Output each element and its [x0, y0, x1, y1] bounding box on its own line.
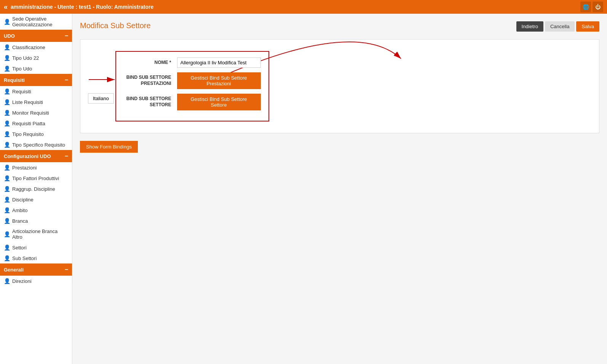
sidebar-section-generali-label: Generali	[4, 267, 24, 273]
salva-button[interactable]: Salva	[576, 21, 599, 32]
main-layout: 👤 Sede Operative Geolocalizzazione UDO −…	[0, 14, 607, 364]
sidebar-item-label: Sede Operative Geolocalizzazione	[12, 16, 68, 27]
sidebar-item-label: Tipo Udo 22	[12, 55, 39, 61]
topbar: « amministrazione - Utente : test1 - Ruo…	[0, 0, 607, 14]
sidebar-item-requisiti-piatta[interactable]: 👤 Requisiti Piatta	[0, 118, 72, 129]
sidebar-item-tipo-udo-22[interactable]: 👤 Tipo Udo 22	[0, 53, 72, 63]
sidebar-item-label: Articolazione Branca Altro	[12, 228, 68, 240]
sidebar-item-label: Discipline	[12, 197, 34, 203]
sidebar-item-label: Requisiti	[12, 89, 31, 94]
person-icon: 👤	[4, 88, 10, 94]
topbar-arrow-icon: «	[4, 3, 8, 11]
power-button[interactable]: ⏻	[593, 2, 603, 12]
person-icon: 👤	[4, 207, 10, 213]
sidebar-section-configurazioni-label: Configurazioni UDO	[4, 153, 51, 159]
sidebar-item-tipo-udo[interactable]: 👤 Tipo Udo	[0, 63, 72, 74]
person-icon: 👤	[4, 255, 10, 261]
person-icon: 👤	[4, 19, 10, 25]
udo-collapse-icon: −	[65, 32, 68, 39]
header-buttons: Indietro Cancella Salva	[516, 21, 600, 32]
person-icon: 👤	[4, 186, 10, 192]
show-form-bindings-button[interactable]: Show Form Bindings	[80, 141, 138, 153]
sidebar-section-requisiti[interactable]: Requisiti −	[0, 74, 72, 86]
bind-settore-label: BIND SUB SETTORE SETTORE	[124, 96, 177, 108]
form-container: Italiano	[80, 39, 599, 133]
person-icon: 👤	[4, 196, 10, 203]
sidebar-item-prestazioni[interactable]: 👤 Prestazioni	[0, 162, 72, 173]
person-icon: 👤	[4, 164, 10, 171]
indietro-button[interactable]: Indietro	[516, 21, 543, 32]
sidebar-item-articolazione-branca-altro[interactable]: 👤 Articolazione Branca Altro	[0, 226, 72, 242]
sidebar-section-udo-label: UDO	[4, 33, 15, 39]
sidebar-item-settori[interactable]: 👤 Settori	[0, 242, 72, 253]
sidebar-item-sede-operative[interactable]: 👤 Sede Operative Geolocalizzazione	[0, 14, 72, 30]
gestisci-bind-prestazioni-button[interactable]: Gestisci Bind Sub Settore Prestazioni	[177, 72, 261, 89]
sidebar-item-discipline[interactable]: 👤 Discipline	[0, 194, 72, 205]
sidebar-item-sub-settori[interactable]: 👤 Sub Settori	[0, 253, 72, 263]
person-icon: 👤	[4, 55, 10, 61]
topbar-left: « amministrazione - Utente : test1 - Ruo…	[4, 3, 153, 11]
person-icon: 👤	[4, 278, 10, 284]
sidebar-item-tipo-fattori-produttivi[interactable]: 👤 Tipo Fattori Produttivi	[0, 173, 72, 184]
sidebar-item-tipo-specifico-requisito[interactable]: 👤 Tipo Specifico Requisito	[0, 139, 72, 150]
topbar-icons: 🌐 ⏻	[580, 2, 603, 12]
bind-prestazioni-row: BIND SUB SETTORE PRESTAZIONI Gestisci Bi…	[124, 72, 261, 89]
cancella-button[interactable]: Cancella	[545, 21, 575, 32]
sidebar-item-raggrup-discipline[interactable]: 👤 Raggrup. Discipline	[0, 184, 72, 194]
sidebar-item-label: Classificazione	[12, 45, 45, 50]
gestisci-bind-settore-button[interactable]: Gestisci Bind Sub Settore Settore	[177, 94, 261, 110]
person-icon: 👤	[4, 120, 10, 126]
page-title: Modifica Sub Settore	[80, 21, 151, 30]
sidebar-item-monitor-requisiti[interactable]: 👤 Monitor Requisiti	[0, 107, 72, 118]
person-icon: 👤	[4, 110, 10, 116]
sidebar-item-branca[interactable]: 👤 Branca	[0, 216, 72, 226]
person-icon: 👤	[4, 44, 10, 50]
sidebar-item-label: Branca	[12, 218, 28, 224]
generali-collapse-icon: −	[65, 266, 68, 273]
requisiti-collapse-icon: −	[65, 77, 68, 83]
sidebar-section-generali[interactable]: Generali −	[0, 263, 72, 276]
person-icon: 👤	[4, 65, 10, 72]
person-icon: 👤	[4, 142, 10, 148]
person-icon: 👤	[4, 99, 10, 105]
main-content: Modifica Sub Settore Indietro Cancella S…	[72, 14, 607, 364]
person-icon: 👤	[4, 218, 10, 224]
sidebar-item-direzioni[interactable]: 👤 Direzioni	[0, 276, 72, 286]
sidebar-item-label: Ambito	[12, 208, 27, 213]
sidebar-item-label: Settori	[12, 245, 27, 251]
person-icon: 👤	[4, 231, 10, 237]
sidebar-item-label: Raggrup. Discipline	[12, 186, 55, 192]
sidebar-section-udo[interactable]: UDO −	[0, 30, 72, 42]
sidebar-section-configurazioni-udo[interactable]: Configurazioni UDO −	[0, 150, 72, 162]
sidebar-item-label: Tipo Specifico Requisito	[12, 142, 65, 148]
sidebar-item-label: Liste Requisiti	[12, 99, 43, 105]
sidebar-item-tipo-requisito[interactable]: 👤 Tipo Requisito	[0, 129, 72, 139]
sidebar-item-label: Tipo Fattori Produttivi	[12, 176, 59, 181]
sidebar-section-requisiti-label: Requisiti	[4, 77, 25, 83]
sidebar: 👤 Sede Operative Geolocalizzazione UDO −…	[0, 14, 72, 364]
sidebar-item-liste-requisiti[interactable]: 👤 Liste Requisiti	[0, 97, 72, 107]
globe-button[interactable]: 🌐	[580, 2, 591, 12]
sidebar-item-label: Requisiti Piatta	[12, 121, 45, 126]
nome-row: NOME *	[124, 57, 261, 68]
person-icon: 👤	[4, 175, 10, 181]
italiano-tab[interactable]: Italiano	[88, 93, 114, 104]
sidebar-item-label: Prestazioni	[12, 165, 37, 171]
sidebar-item-requisiti[interactable]: 👤 Requisiti	[0, 86, 72, 97]
sidebar-item-label: Sub Settori	[12, 255, 37, 261]
nome-input[interactable]	[177, 57, 261, 68]
sidebar-item-classificazione[interactable]: 👤 Classificazione	[0, 42, 72, 53]
nome-label: NOME *	[124, 60, 177, 66]
person-icon: 👤	[4, 244, 10, 251]
form-inner: NOME * BIND SUB SETTORE PRESTAZIONI Gest…	[115, 51, 269, 121]
sidebar-item-ambito[interactable]: 👤 Ambito	[0, 205, 72, 216]
page-header: Modifica Sub Settore Indietro Cancella S…	[80, 21, 599, 32]
configurazioni-collapse-icon: −	[65, 153, 68, 160]
topbar-title: amministrazione - Utente : test1 - Ruolo…	[11, 4, 153, 10]
person-icon: 👤	[4, 131, 10, 137]
sidebar-item-label: Direzioni	[12, 278, 32, 284]
bind-prestazioni-label: BIND SUB SETTORE PRESTAZIONI	[124, 75, 177, 86]
sidebar-item-label: Monitor Requisiti	[12, 110, 49, 116]
bind-settore-row: BIND SUB SETTORE SETTORE Gestisci Bind S…	[124, 94, 261, 110]
sidebar-item-label: Tipo Requisito	[12, 131, 44, 137]
